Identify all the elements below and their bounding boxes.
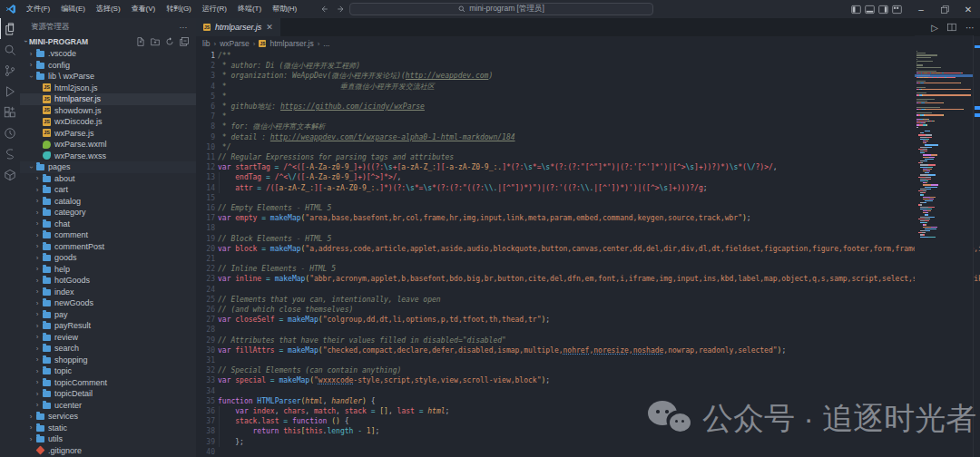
code-line-23[interactable]: 23var inline = makeMap("abbr,acronym,app… [196, 274, 980, 284]
code-line-13[interactable]: 13 endTag = /^<\/([-A-Za-z0-9_]+)[^>]*>/… [196, 172, 980, 182]
tree-item-review[interactable]: ›review [20, 332, 196, 344]
code-line-19[interactable]: 19// Block Elements - HTML 5 [196, 234, 980, 244]
code-line-20[interactable]: 20var block = makeMap("a,address,code,ar… [196, 244, 980, 254]
tree-item-topic[interactable]: ›topic [20, 365, 196, 377]
menu-item[interactable]: 终端(T) [232, 0, 267, 18]
code-line-14[interactable]: 14 attr = /([a-zA-Z_:][-a-zA-Z0-9_:.]*)(… [196, 183, 980, 193]
tree-item-category[interactable]: ›category [20, 207, 196, 219]
tree-item-index[interactable]: ›index [20, 287, 196, 298]
menu-item[interactable]: 选择(S) [91, 0, 126, 18]
package-icon[interactable] [0, 164, 20, 185]
restore-button[interactable] [933, 0, 956, 18]
breadcrumb-item[interactable]: lib [202, 39, 211, 48]
menu-item[interactable]: 文件(F) [21, 0, 55, 18]
code-line-32[interactable]: 32// Special Elements (can contain anyth… [196, 365, 980, 375]
tree-item-cart[interactable]: ›cart [20, 184, 196, 196]
tree-item-lib \ wxParse[interactable]: ›lib \ wxParse [20, 71, 196, 83]
overview-ruler[interactable] [974, 35, 980, 457]
code-line-40[interactable]: 40 [196, 447, 980, 457]
nav-back-icon[interactable] [319, 5, 328, 14]
code-line-1[interactable]: 1/** [196, 51, 980, 61]
code-line-30[interactable]: 30var fillAttrs = makeMap("checked,compa… [196, 345, 980, 355]
tree-item-showdown.js[interactable]: JSshowdown.js [20, 105, 196, 117]
code-line-9[interactable]: 9 * detail : http://weappdev.com/t/wxpar… [196, 132, 980, 142]
code-line-7[interactable]: 7 * [196, 112, 980, 122]
tree-item-help[interactable]: ›help [20, 264, 196, 276]
tree-item-pages[interactable]: ›pages [20, 161, 196, 173]
tree-item-wxDiscode.js[interactable]: JSwxDiscode.js [20, 116, 196, 128]
tree-item-topicComment[interactable]: ›topicComment [20, 377, 196, 389]
new-folder-icon[interactable] [151, 37, 160, 46]
tree-item-goods[interactable]: ›goods [20, 252, 196, 264]
minimize-button[interactable]: – [909, 0, 933, 18]
sync-icon[interactable] [0, 143, 20, 164]
code-line-29[interactable]: 29// Attributes that have their values f… [196, 335, 980, 345]
menu-item[interactable]: 帮助(H) [267, 0, 302, 18]
refresh-icon[interactable] [165, 37, 174, 46]
breadcrumb-item[interactable]: wxParse [220, 39, 250, 48]
tree-item-wxParse.wxss[interactable]: wxParse.wxss [20, 151, 196, 162]
search-icon[interactable] [0, 39, 20, 60]
code-line-21[interactable]: 21 [196, 254, 980, 264]
code-area[interactable]: 1/**2 * author: Di (微信小程序开发工程师)3 * organ… [196, 51, 980, 457]
tree-item-search[interactable]: ›search [20, 343, 196, 355]
tree-item-ucenter[interactable]: ›ucenter [20, 400, 196, 412]
tree-item-html2json.js[interactable]: JShtml2json.js [20, 83, 196, 94]
code-line-5[interactable]: 5 * [196, 92, 980, 102]
editor-more-icon[interactable]: ⋯ [965, 23, 975, 33]
tree-item-payResult[interactable]: ›payResult [20, 320, 196, 332]
tree-item-shopping[interactable]: ›shopping [20, 355, 196, 366]
code-line-33[interactable]: 33var special = makeMap("wxxxcode-style,… [196, 375, 980, 385]
tab-close-icon[interactable]: ✕ [266, 23, 273, 32]
project-section-header[interactable]: › MINI-PROGRAM [20, 35, 196, 47]
toggle-sidebar-icon[interactable] [849, 0, 863, 18]
tree-item-htmlparser.js[interactable]: JShtmlparser.js [20, 93, 196, 105]
code-line-24[interactable]: 24 [196, 285, 980, 295]
menu-item[interactable]: 查看(V) [126, 0, 162, 18]
code-line-27[interactable]: 27var closeSelf = makeMap("colgroup,dd,d… [196, 315, 980, 325]
code-line-15[interactable]: 15 [196, 193, 980, 203]
code-line-6[interactable]: 6 * github地址: https://github.com/icindy/… [196, 102, 980, 112]
code-line-28[interactable]: 28 [196, 325, 980, 335]
tree-item-static[interactable]: ›static [20, 423, 196, 434]
tree-item-wxParse.wxml[interactable]: wxParse.wxml [20, 139, 196, 151]
minimap[interactable] [915, 35, 973, 457]
code-line-11[interactable]: 11// Regular Expressions for parsing tag… [196, 152, 980, 162]
code-line-22[interactable]: 22// Inline Elements - HTML 5 [196, 264, 980, 274]
sidebar-more-icon[interactable]: ⋯ [180, 23, 188, 32]
tree-item-.vscode[interactable]: ›.vscode [20, 48, 196, 60]
extensions-icon[interactable] [0, 102, 20, 122]
tree-item-.gitignore[interactable]: .gitignore [20, 445, 196, 457]
split-editor-icon[interactable] [947, 23, 956, 32]
tree-item-newGoods[interactable]: ›newGoods [20, 297, 196, 309]
timeline-icon[interactable] [0, 122, 20, 143]
explorer-icon[interactable] [0, 18, 20, 39]
breadcrumb[interactable]: lib›wxParse›JShtmlparser.js›... [196, 36, 980, 51]
command-search-box[interactable]: mini-program [管理员] [349, 3, 653, 15]
tree-item-config[interactable]: ›config [20, 60, 196, 72]
tree-item-wxParse.js[interactable]: JSwxParse.js [20, 128, 196, 140]
toggle-secondary-sidebar-icon[interactable] [877, 0, 890, 18]
tree-item-commentPost[interactable]: ›commentPost [20, 241, 196, 253]
code-line-10[interactable]: 10 */ [196, 142, 980, 152]
tab-htmlparser[interactable]: JS htmlparser.js ✕ [196, 18, 280, 36]
code-line-18[interactable]: 18 [196, 223, 980, 233]
close-window-button[interactable]: ✕ [956, 0, 980, 18]
code-line-2[interactable]: 2 * author: Di (微信小程序开发工程师) [196, 61, 980, 71]
run-button[interactable]: ▷ [931, 23, 938, 33]
run-debug-icon[interactable] [0, 81, 20, 102]
tree-item-hotGoods[interactable]: ›hotGoods [20, 275, 196, 287]
code-line-12[interactable]: 12var startTag = /^<([-A-Za-z0-9_]+)((?:… [196, 162, 980, 172]
tree-item-about[interactable]: ›about [20, 173, 196, 185]
code-line-34[interactable]: 34 [196, 386, 980, 396]
code-line-3[interactable]: 3 * organization: WeAppDev(微信小程序开发论坛)(ht… [196, 71, 980, 81]
code-line-17[interactable]: 17var empty = makeMap("area,base,basefon… [196, 213, 980, 223]
breadcrumb-item[interactable]: ... [323, 39, 329, 48]
menu-item[interactable]: 编辑(E) [55, 0, 91, 18]
tree-item-pay[interactable]: ›pay [20, 309, 196, 321]
tree-item-chat[interactable]: ›chat [20, 219, 196, 230]
code-line-8[interactable]: 8 * for: 微信小程序富文本解析 [196, 122, 980, 131]
code-line-4[interactable]: 4 * 垂直微信小程序开发交流社区 [196, 82, 980, 92]
tree-item-catalog[interactable]: ›catalog [20, 196, 196, 208]
tree-item-utils[interactable]: ›utils [20, 433, 196, 445]
